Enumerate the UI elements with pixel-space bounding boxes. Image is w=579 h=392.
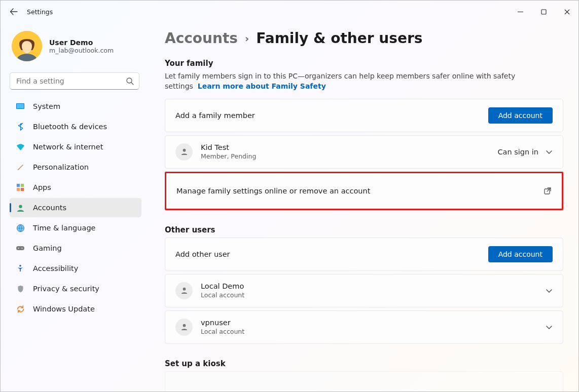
- svg-point-9: [19, 205, 22, 208]
- manage-family-label: Manage family settings online or remove …: [176, 187, 370, 195]
- add-account-button[interactable]: Add account: [488, 246, 553, 262]
- person-icon: [175, 282, 193, 299]
- manage-family-online-row[interactable]: Manage family settings online or remove …: [165, 172, 563, 210]
- svg-rect-0: [541, 10, 546, 14]
- svg-point-16: [183, 149, 186, 152]
- titlebar: Settings: [1, 1, 578, 23]
- svg-rect-8: [21, 188, 24, 191]
- bluetooth-icon: [16, 122, 25, 131]
- kiosk-row[interactable]: [165, 371, 563, 391]
- search-box[interactable]: [10, 72, 139, 90]
- section-title-other: Other users: [165, 225, 563, 234]
- external-link-icon: [544, 187, 552, 195]
- network-icon: [16, 142, 25, 151]
- user-email: m_lab@outlook.com: [49, 47, 114, 54]
- sidebar-item-network[interactable]: Network & internet: [10, 137, 141, 156]
- window-title: Settings: [27, 8, 53, 16]
- personalization-icon: [16, 163, 25, 172]
- sidebar-item-update[interactable]: Windows Update: [10, 299, 141, 319]
- card-title: Add other user: [175, 250, 230, 258]
- avatar-icon: [12, 31, 42, 61]
- svg-point-15: [19, 265, 21, 267]
- svg-point-2: [127, 78, 132, 83]
- page-title: Family & other users: [256, 30, 422, 47]
- svg-point-18: [183, 288, 186, 291]
- person-icon: [175, 143, 193, 161]
- breadcrumb-parent[interactable]: Accounts: [165, 30, 238, 47]
- sidebar-item-label: System: [33, 102, 60, 110]
- section-title-family: Your family: [165, 59, 563, 68]
- breadcrumb: Accounts › Family & other users: [165, 30, 563, 47]
- sidebar-item-gaming[interactable]: Gaming: [10, 239, 141, 258]
- accessibility-icon: [16, 264, 25, 273]
- sidebar: User Demo m_lab@outlook.com System Bluet…: [1, 23, 148, 391]
- member-signin-state: Can sign in: [497, 148, 538, 156]
- maximize-button[interactable]: [532, 4, 555, 20]
- svg-rect-4: [17, 104, 24, 108]
- arrow-left-icon: [10, 8, 18, 16]
- add-family-member-card: Add a family member Add account: [165, 99, 563, 132]
- user-card[interactable]: User Demo m_lab@outlook.com: [10, 27, 141, 69]
- sidebar-item-personalization[interactable]: Personalization: [10, 158, 141, 177]
- user-name: User Demo: [49, 38, 114, 47]
- minimize-button[interactable]: [509, 4, 532, 20]
- accounts-icon: [16, 203, 25, 212]
- time-icon: [16, 223, 25, 232]
- gaming-icon: [16, 244, 25, 253]
- sidebar-item-label: Time & language: [33, 224, 96, 232]
- sidebar-item-label: Bluetooth & devices: [33, 123, 107, 131]
- sidebar-item-label: Accessibility: [33, 264, 78, 272]
- card-title: Add a family member: [175, 111, 255, 120]
- main-content: Accounts › Family & other users Your fam…: [148, 23, 578, 391]
- apps-icon: [16, 183, 25, 192]
- section-title-kiosk: Set up a kiosk: [165, 359, 563, 368]
- learn-more-link[interactable]: Learn more about Family Safety: [198, 82, 326, 90]
- sidebar-item-accessibility[interactable]: Accessibility: [10, 259, 141, 278]
- svg-point-19: [183, 324, 186, 327]
- family-member-row[interactable]: Kid Test Member, Pending Can sign in: [165, 135, 563, 169]
- sidebar-item-label: Gaming: [33, 244, 62, 252]
- search-icon: [126, 77, 134, 85]
- svg-rect-6: [21, 184, 24, 187]
- add-account-button[interactable]: Add account: [488, 107, 553, 124]
- member-status: Member, Pending: [201, 152, 256, 160]
- sidebar-item-time[interactable]: Time & language: [10, 218, 141, 238]
- member-name: vpnuser: [201, 319, 244, 327]
- svg-rect-5: [17, 184, 20, 187]
- update-icon: [16, 304, 25, 313]
- sidebar-item-label: Windows Update: [33, 305, 95, 313]
- system-icon: [16, 102, 25, 111]
- chevron-right-icon: ›: [245, 32, 249, 45]
- maximize-icon: [541, 9, 547, 15]
- sidebar-item-privacy[interactable]: Privacy & security: [10, 279, 141, 298]
- section-desc-family: Let family members sign in to this PC—or…: [165, 71, 563, 92]
- svg-rect-7: [17, 188, 20, 191]
- sidebar-item-label: Network & internet: [33, 143, 103, 151]
- other-user-row[interactable]: vpnuser Local account: [165, 310, 563, 344]
- member-name: Kid Test: [201, 143, 256, 151]
- back-button[interactable]: [4, 2, 24, 22]
- minimize-icon: [518, 9, 523, 15]
- nav: System Bluetooth & devices Network & int…: [10, 97, 141, 319]
- other-user-row[interactable]: Local Demo Local account: [165, 274, 563, 307]
- sidebar-item-accounts[interactable]: Accounts: [10, 198, 141, 217]
- chevron-down-icon: [546, 324, 553, 331]
- chevron-down-icon: [546, 287, 553, 294]
- add-other-user-card: Add other user Add account: [165, 238, 563, 271]
- sidebar-item-system[interactable]: System: [10, 97, 141, 116]
- chevron-down-icon: [546, 148, 553, 155]
- sidebar-item-apps[interactable]: Apps: [10, 178, 141, 197]
- member-name: Local Demo: [201, 282, 244, 290]
- member-status: Local account: [201, 328, 244, 335]
- close-button[interactable]: [555, 4, 578, 20]
- svg-point-14: [22, 248, 23, 249]
- svg-point-13: [18, 248, 19, 249]
- close-icon: [564, 9, 570, 15]
- person-icon: [175, 319, 193, 336]
- svg-rect-12: [16, 246, 24, 250]
- sidebar-item-label: Personalization: [33, 163, 89, 171]
- sidebar-item-bluetooth[interactable]: Bluetooth & devices: [10, 117, 141, 136]
- sidebar-item-label: Apps: [33, 183, 51, 191]
- search-input[interactable]: [15, 76, 126, 86]
- sidebar-item-label: Privacy & security: [33, 285, 99, 293]
